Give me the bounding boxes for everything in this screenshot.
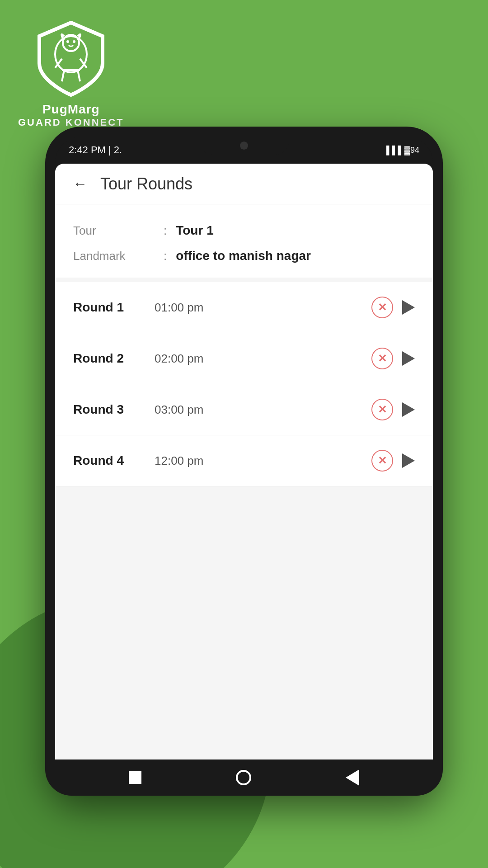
cancel-round-button[interactable]: ✕ [371,450,393,472]
cancel-x-icon: ✕ [378,404,387,415]
logo-icon [35,18,107,99]
back-button[interactable]: ← [69,173,91,195]
round-item: Round 2 02:00 pm ✕ [55,333,433,384]
app-header: ← Tour Rounds [55,164,433,204]
round-name: Round 1 [73,300,155,315]
back-nav-icon [346,769,359,786]
svg-point-0 [55,36,87,72]
notch [199,137,289,155]
play-round-button[interactable] [402,300,415,315]
bottom-nav [45,760,443,796]
round-actions: ✕ [371,348,415,369]
tour-value: Tour 1 [176,223,213,238]
info-section: Tour : Tour 1 Landmark : office to manis… [55,204,433,278]
round-actions: ✕ [371,399,415,420]
status-icons: ▐▐▐ ▓94 [384,146,419,155]
round-name: Round 3 [73,402,155,417]
tour-info-row: Tour : Tour 1 [73,218,415,243]
page-title: Tour Rounds [100,175,192,193]
tour-colon: : [164,224,167,238]
round-item: Round 4 12:00 pm ✕ [55,435,433,486]
round-time: 03:00 pm [155,403,371,417]
round-time: 01:00 pm [155,301,371,315]
back-arrow-icon: ← [73,175,87,192]
camera-notch [240,142,248,150]
phone-wrapper: 2:42 PM | 2. ▐▐▐ ▓94 ← Tour Rounds Tour [45,127,443,814]
round-name: Round 2 [73,351,155,366]
signal-icon: ▐▐▐ [384,146,401,155]
home-icon [236,770,251,785]
play-round-button[interactable] [402,453,415,468]
round-actions: ✕ [371,450,415,472]
cancel-x-icon: ✕ [378,302,387,313]
cancel-x-icon: ✕ [378,455,387,466]
tour-label: Tour [73,224,155,238]
cancel-round-button[interactable]: ✕ [371,297,393,318]
app-name: PugMarg [42,102,100,117]
cancel-round-button[interactable]: ✕ [371,399,393,420]
svg-point-3 [73,40,75,43]
status-time: 2:42 PM | 2. [69,144,122,156]
play-round-button[interactable] [402,402,415,417]
status-bar: 2:42 PM | 2. ▐▐▐ ▓94 [55,137,433,164]
nav-back-button[interactable] [346,769,359,786]
round-actions: ✕ [371,297,415,318]
round-name: Round 4 [73,453,155,468]
round-time: 02:00 pm [155,352,371,366]
landmark-info-row: Landmark : office to manish nagar [73,243,415,269]
cancel-x-icon: ✕ [378,353,387,364]
logo-area: PugMarg GUARD KONNECT [18,18,124,128]
round-time: 12:00 pm [155,454,371,468]
rounds-list: Round 1 01:00 pm ✕ Round 2 02:00 pm ✕ Ro… [55,282,433,486]
round-item: Round 1 01:00 pm ✕ [55,282,433,333]
battery-icon: ▓94 [404,146,419,155]
svg-point-1 [63,35,79,51]
landmark-value: office to manish nagar [176,249,311,263]
landmark-label: Landmark [73,249,155,263]
nav-stop-button[interactable] [129,771,141,784]
cancel-round-button[interactable]: ✕ [371,348,393,369]
nav-home-button[interactable] [236,770,251,785]
landmark-colon: : [164,249,167,263]
round-item: Round 3 03:00 pm ✕ [55,384,433,435]
phone-screen: ← Tour Rounds Tour : Tour 1 Landmark : o… [55,164,433,786]
svg-point-2 [66,40,69,43]
stop-icon [129,771,141,784]
phone-frame: 2:42 PM | 2. ▐▐▐ ▓94 ← Tour Rounds Tour [45,127,443,796]
play-round-button[interactable] [402,351,415,366]
